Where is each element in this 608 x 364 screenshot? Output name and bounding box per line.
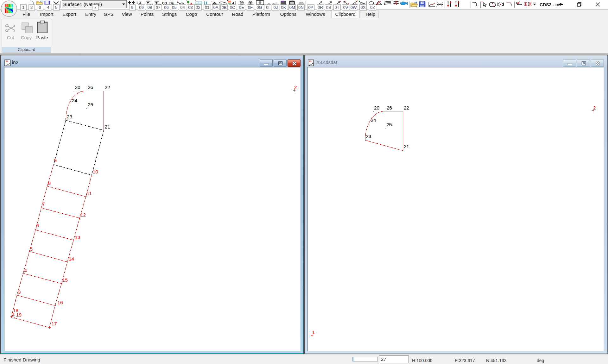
svg-text:19: 19 [16,312,21,317]
svg-text:23: 23 [366,134,371,139]
svg-text:W.L: W.L [309,60,311,62]
svg-text:3: 3 [18,289,21,294]
svg-text:16: 16 [57,299,63,305]
svg-text:13: 13 [75,234,80,240]
svg-text:6: 6 [36,223,39,228]
svg-text:10: 10 [92,169,98,174]
svg-text:23: 23 [66,114,72,119]
svg-text:24: 24 [72,97,77,103]
svg-text:14: 14 [69,256,74,261]
svg-text:2: 2 [593,105,596,110]
svg-text:25: 25 [386,122,392,127]
svg-text:22: 22 [104,85,110,90]
svg-text:4: 4 [24,267,27,273]
svg-text:11: 11 [86,191,92,196]
svg-text:W.L: W.L [6,60,8,62]
svg-text:26: 26 [88,85,93,90]
svg-text:21: 21 [104,124,110,129]
svg-text:21: 21 [404,144,409,149]
svg-text:2: 2 [294,85,297,90]
svg-text:20: 20 [374,105,380,110]
svg-text:9: 9 [54,157,57,163]
svg-text:5: 5 [30,246,33,252]
svg-text:24: 24 [371,117,377,122]
svg-text:22: 22 [404,105,409,110]
svg-text:25: 25 [88,102,93,107]
svg-text:17: 17 [51,321,57,326]
svg-text:20: 20 [75,85,80,90]
svg-text:15: 15 [62,277,67,283]
svg-text:8: 8 [48,180,51,185]
svg-text:7: 7 [42,201,45,207]
svg-text:12: 12 [80,212,86,217]
svg-text:26: 26 [387,105,392,110]
svg-text:1: 1 [12,311,15,317]
svg-text:1: 1 [312,329,315,335]
